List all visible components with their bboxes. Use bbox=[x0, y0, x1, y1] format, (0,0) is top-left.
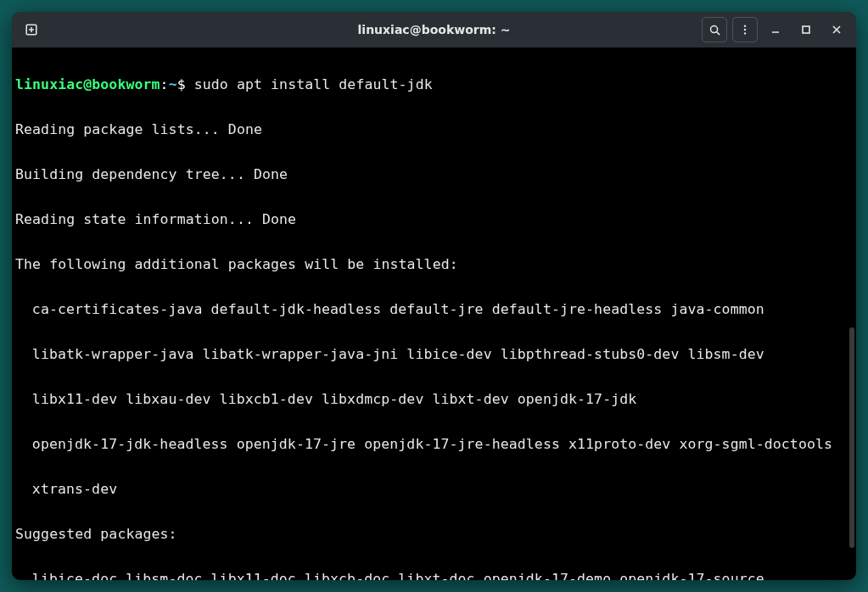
maximize-button[interactable] bbox=[793, 17, 819, 42]
minimize-button[interactable] bbox=[763, 17, 788, 42]
out-line: Reading state information... Done bbox=[15, 209, 853, 232]
svg-line-4 bbox=[716, 31, 720, 35]
out-line: Reading package lists... Done bbox=[15, 119, 853, 142]
search-button[interactable] bbox=[702, 17, 727, 42]
pkg-line: openjdk-17-jdk-headless openjdk-17-jre o… bbox=[15, 433, 853, 456]
terminal-body[interactable]: linuxiac@bookworm:~$ sudo apt install de… bbox=[12, 47, 856, 580]
prompt-userhost: linuxiac@bookworm bbox=[15, 76, 160, 92]
pkg-line: libx11-dev libxau-dev libxcb1-dev libxdm… bbox=[15, 388, 853, 411]
svg-point-7 bbox=[744, 32, 746, 34]
out-line: Suggested packages: bbox=[15, 523, 853, 546]
terminal-output[interactable]: linuxiac@bookworm:~$ sudo apt install de… bbox=[12, 47, 856, 580]
svg-point-6 bbox=[744, 29, 746, 31]
scrollbar-thumb[interactable] bbox=[849, 327, 854, 548]
out-line: Building dependency tree... Done bbox=[15, 164, 853, 187]
pkg-line: libatk-wrapper-java libatk-wrapper-java-… bbox=[15, 343, 853, 366]
close-button[interactable] bbox=[824, 17, 849, 42]
svg-point-5 bbox=[744, 25, 746, 26]
terminal-window: linuxiac@bookworm: ~ bbox=[12, 12, 856, 580]
pkg-line: libice-doc libsm-doc libx11-doc libxcb-d… bbox=[15, 568, 853, 581]
svg-point-3 bbox=[710, 25, 717, 32]
titlebar: linuxiac@bookworm: ~ bbox=[12, 12, 856, 47]
out-line: The following additional packages will b… bbox=[15, 254, 853, 276]
typed-command: sudo apt install default-jdk bbox=[194, 76, 433, 92]
hamburger-menu-button[interactable] bbox=[732, 17, 758, 42]
new-tab-button[interactable] bbox=[19, 17, 44, 42]
pkg-line: xtrans-dev bbox=[15, 478, 853, 501]
prompt-dollar: $ bbox=[177, 76, 186, 92]
pkg-line: ca-certificates-java default-jdk-headles… bbox=[15, 299, 853, 321]
prompt-cwd: ~ bbox=[169, 76, 177, 92]
svg-rect-9 bbox=[803, 26, 809, 33]
prompt-colon: : bbox=[160, 76, 169, 92]
